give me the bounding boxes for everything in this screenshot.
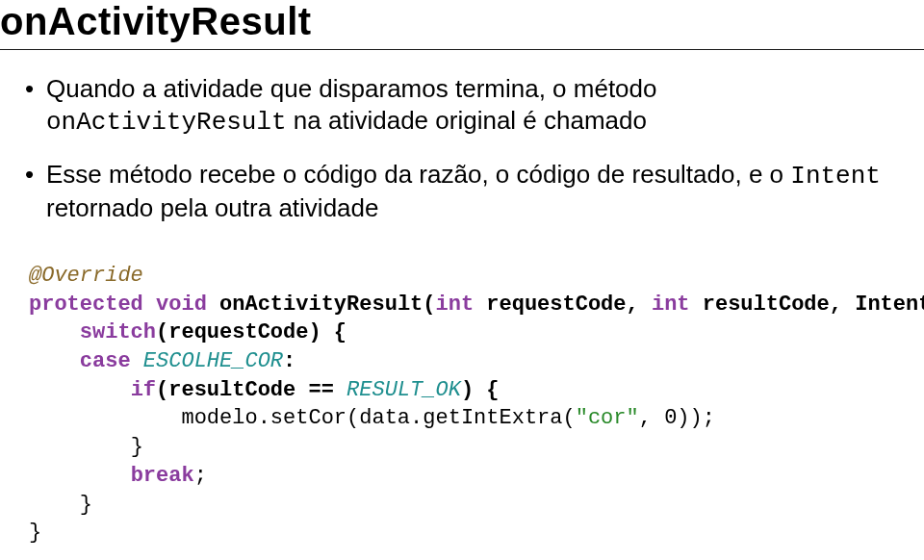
code-text: (resultCode == — [156, 378, 346, 402]
code-keyword: break — [131, 464, 194, 488]
bullet-text: Esse método recebe o código da razão, o … — [46, 160, 790, 189]
code-text: resultCode, Intent data) { — [690, 293, 924, 317]
code-text: , 0)); — [639, 406, 715, 430]
code-text: : — [283, 349, 295, 373]
code-keyword: int — [652, 293, 690, 317]
code-text: ; — [194, 464, 207, 488]
list-item: Esse método recebe o código da razão, o … — [21, 159, 899, 223]
code-text: ) { — [461, 378, 500, 402]
code-keyword: int — [435, 293, 474, 317]
bullet-list: Quando a atividade que disparamos termin… — [17, 73, 907, 223]
page-title: onActivityResult — [0, 0, 907, 43]
bullet-text: retornado pela outra atividade — [46, 193, 378, 222]
list-item: Quando a atividade que disparamos termin… — [21, 73, 899, 138]
code-keyword: if — [131, 378, 156, 402]
code-block: @Override protected void onActivityResul… — [29, 262, 907, 547]
code-constant: RESULT_OK — [346, 378, 461, 402]
code-string: "cor" — [576, 406, 639, 430]
code-keyword: case — [80, 349, 131, 373]
code-brace: } — [80, 493, 92, 517]
code-text: (requestCode) { — [156, 320, 346, 344]
bullet-text: na atividade original é chamado — [287, 106, 647, 135]
code-keyword: protected — [29, 293, 143, 317]
inline-code: Intent — [790, 162, 881, 191]
code-keyword: void — [156, 293, 207, 317]
code-annotation: @Override — [29, 264, 143, 288]
inline-code: onActivityResult — [46, 108, 287, 137]
code-keyword: switch — [80, 320, 156, 344]
code-text: modelo.setCor(data.getIntExtra( — [181, 406, 575, 430]
code-text: requestCode, — [474, 293, 652, 317]
code-brace: } — [131, 435, 143, 459]
code-constant: ESCOLHE_COR — [131, 349, 283, 373]
bullet-text: Quando a atividade que disparamos termin… — [46, 74, 657, 103]
title-divider — [0, 49, 924, 50]
code-text: onActivityResult( — [219, 293, 435, 317]
code-brace: } — [29, 521, 41, 545]
